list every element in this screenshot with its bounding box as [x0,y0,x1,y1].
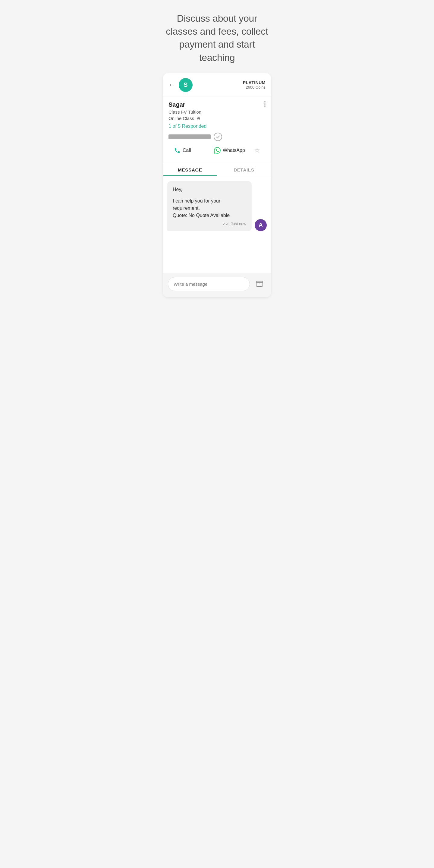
page-container: Discuss about your classes and fees, col… [158,0,276,297]
action-row: Call WhatsApp ☆ [168,142,266,158]
call-label: Call [183,148,191,153]
hero-text: Discuss about your classes and fees, col… [165,12,269,64]
input-area [163,273,271,297]
contact-mode: Online Class 🖥 [168,116,266,121]
message-row: Hey, I can help you for your requirement… [167,181,267,231]
contact-section: Sagar Class I-V Tuition Online Class 🖥 1… [163,96,271,163]
contact-class: Class I-V Tuition [168,110,266,115]
whatsapp-button[interactable]: WhatsApp [214,147,254,154]
message-line1: Hey, [173,186,246,193]
whatsapp-label: WhatsApp [223,148,245,153]
sender-avatar: A [255,219,267,231]
message-area: Hey, I can help you for your requirement… [163,176,271,273]
message-meta: ✓✓ Just now [173,221,246,226]
message-bubble: Hey, I can help you for your requirement… [167,181,252,231]
tabs-row: MESSAGE DETAILS [163,163,271,176]
message-line2: I can help you for your requirement. Quo… [173,197,246,219]
call-icon [174,147,181,154]
contact-name: Sagar [168,101,266,108]
card-header: ← S PLATINUM 2600 Coins [163,73,271,96]
mode-text: Online Class [168,116,194,121]
header-right: PLATINUM 2600 Coins [243,80,266,90]
call-button[interactable]: Call [174,147,214,154]
coins-label: 2600 Coins [243,85,266,90]
back-arrow-icon[interactable]: ← [168,82,175,88]
monitor-icon: 🖥 [196,116,201,121]
more-options-button[interactable] [264,101,266,107]
message-input[interactable] [168,277,250,291]
tab-message[interactable]: MESSAGE [163,163,217,176]
progress-bar [168,134,211,139]
whatsapp-icon [214,147,221,154]
main-card: ← S PLATINUM 2600 Coins Sagar Class I-V … [163,73,271,297]
svg-rect-0 [256,281,263,283]
double-check-icon: ✓✓ [222,221,229,226]
star-icon[interactable]: ☆ [254,147,260,154]
hero-section: Discuss about your classes and fees, col… [158,0,276,73]
responded-text: 1 of 5 Responded [168,124,266,129]
plan-label: PLATINUM [243,80,266,85]
tab-details[interactable]: DETAILS [217,163,271,176]
archive-button[interactable] [253,277,266,290]
check-circle-icon [214,133,222,141]
message-time: Just now [231,221,246,226]
header-left: ← S [168,78,193,92]
avatar: S [179,78,193,92]
progress-bar-row [168,133,266,141]
